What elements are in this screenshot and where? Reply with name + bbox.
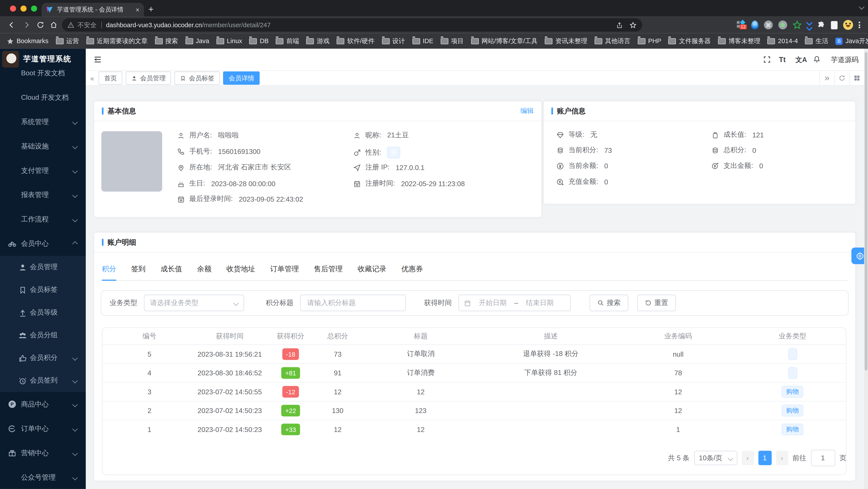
tab-close-icon[interactable]: × [135,6,140,14]
extension-command-icon[interactable]: ⌘ [764,21,773,29]
locale-icon[interactable]: 文A [796,55,807,65]
bookmark-folder[interactable]: 运营 [56,37,79,45]
window-minimize-button[interactable] [21,5,27,11]
prev-page-button[interactable]: ‹ [742,451,754,465]
tag-home[interactable]: 首页 [99,71,122,85]
scrollbar-thumb[interactable] [865,52,868,370]
bookmark-folder[interactable]: 博客未整理 [718,37,761,45]
home-icon[interactable] [50,21,58,29]
url-bar[interactable]: 不安全 dashboard-vue3.yudao.iocoder.cn/memb… [62,18,642,32]
search-button[interactable]: 搜索 [590,295,628,311]
window-close-button[interactable] [10,5,16,11]
app-logo[interactable]: 芋道管理系统 [0,49,86,70]
goto-page-input[interactable] [811,450,835,466]
bookmark-java-group[interactable]: BJava开发 | 小组首... [836,37,868,45]
tag-member-detail[interactable]: 会员详情 [223,71,260,85]
sidebar-item-mp-manage[interactable]: 公众号管理 [0,465,86,489]
extension-tago-icon[interactable]: 12 [737,21,746,29]
tags-scroll-left-icon[interactable]: « [90,74,94,82]
tab-orders[interactable]: 订单管理 [270,258,299,280]
current-page[interactable]: 1 [758,451,771,465]
tab-growth[interactable]: 成长值 [161,258,182,280]
sidebar-item-member-manage[interactable]: 会员管理 [0,256,86,278]
sidebar-item-marketing-center[interactable]: 营销中心 [0,441,86,465]
bookmark-folder[interactable]: 生活 [805,37,828,45]
start-date-input[interactable] [474,299,511,307]
tabstrip-chevron-icon[interactable] [859,4,864,9]
fullscreen-icon[interactable] [763,56,771,63]
table-row[interactable]: 2 2023-07-02 14:50:23 +22 130 123 12 购物 [102,401,846,420]
bookmark-folder[interactable]: 设计 [382,37,405,45]
sidebar-collapse-icon[interactable] [94,55,102,64]
bookmark-folder[interactable]: 文件服务器 [669,37,711,45]
bookmark-folder[interactable]: 其他语言 [594,37,630,45]
back-icon[interactable] [8,21,16,29]
window-zoom-button[interactable] [31,5,37,11]
sidebar-item-workflow[interactable]: 工作流程 [0,207,86,232]
tab-points[interactable]: 积分 [102,258,116,280]
sidebar-item-system[interactable]: 系统管理 [0,110,86,134]
bookmark-folder[interactable]: 前端 [276,37,299,45]
bookmark-star-icon[interactable] [629,21,637,29]
bookmark-folder[interactable]: IDE [412,38,433,44]
sidebar-item-payment[interactable]: 支付管理 [0,158,86,183]
bookmark-folder[interactable]: 游戏 [306,37,330,45]
bookmark-folder[interactable]: PHP [638,38,661,44]
reset-button[interactable]: 重置 [637,295,676,311]
sidebar-item-product-center[interactable]: P 商品中心 [0,392,86,417]
table-row[interactable]: 3 2023-07-02 14:50:55 -12 12 12 12 购物 [102,383,846,401]
points-title-input[interactable] [306,299,400,307]
bookmark-folder[interactable]: 网站/博客/文章/工具 [471,37,538,45]
biz-type-select[interactable]: 请选择业务类型 [144,295,244,311]
share-icon[interactable] [616,21,623,29]
sidebar-item-order-center[interactable]: 订单中心 [0,417,86,441]
bookmark-folder[interactable]: 资讯未整理 [545,37,587,45]
tab-favorites[interactable]: 收藏记录 [358,258,386,280]
edit-link[interactable]: 编辑 [520,106,534,116]
tab-balance[interactable]: 余额 [197,258,211,280]
tags-scroll-right-icon[interactable]: » [819,71,834,85]
table-row[interactable]: 1 2023-07-02 14:50:23 +33 12 12 1 购物 [102,420,846,438]
table-row[interactable]: 4 2023-08-30 18:46:52 +81 91 订单消费 下单获得 8… [102,364,846,383]
page-size-select[interactable]: 10条/页 [694,451,737,465]
end-date-input[interactable] [522,299,558,307]
extension-vue-devtools-icon[interactable] [807,20,811,30]
bookmark-folder[interactable]: 搜索 [155,37,178,45]
points-title-field[interactable] [300,295,406,311]
sidebar-item-member-points[interactable]: 会员积分 [0,346,86,369]
bookmark-folder[interactable]: 项目 [440,37,464,45]
tags-refresh-icon[interactable] [834,71,849,85]
bookmarks-manager[interactable]: Bookmarks [7,37,49,44]
sidebar-item-member-group[interactable]: 会员分组 [0,324,86,346]
sidebar-item-member-level[interactable]: 会员等级 [0,301,86,324]
bell-icon[interactable] [813,55,821,63]
extension-star-icon[interactable] [793,21,802,29]
font-size-icon[interactable]: Tt [779,55,786,64]
tag-member-manage[interactable]: 会员管理 [126,71,171,85]
tab-address[interactable]: 收货地址 [226,258,255,280]
extensions-puzzle-icon[interactable] [817,21,825,29]
new-tab-button[interactable]: + [149,4,154,15]
browser-menu-icon[interactable] [859,22,860,28]
bookmark-folder[interactable]: Linux [216,38,242,44]
browser-tab[interactable]: 芋道管理系统 - 会员详情 × [41,3,144,17]
bookmark-folder[interactable]: 软件/硬件 [337,37,374,45]
sidebar-item-member-signin[interactable]: 会员签到 [0,369,86,392]
tags-menu-icon[interactable] [849,71,864,85]
extension-balloon-icon[interactable] [751,21,758,29]
forward-icon[interactable] [23,21,30,29]
bookmark-folder[interactable]: Java [185,38,209,44]
sidebar-item-infra[interactable]: 基础设施 [0,134,86,158]
bookmark-folder[interactable]: DB [249,38,269,44]
extension-sidebar-icon[interactable] [831,21,838,29]
bookmark-folder[interactable]: 2014-4 [768,38,798,44]
sidebar-item-report[interactable]: 报表管理 [0,183,86,207]
bookmark-folder[interactable]: 近期需要读的文章 [86,37,148,45]
tag-member-tag[interactable]: 会员标签 [175,71,220,85]
tab-coupons[interactable]: 优惠券 [401,258,423,280]
extension-recorder-icon[interactable] [778,21,787,29]
table-row[interactable]: 5 2023-08-31 19:56:21 -18 73 订单取消 退单获得 -… [102,345,846,364]
tab-aftersale[interactable]: 售后管理 [314,258,343,280]
current-user[interactable]: 芋道源码 [831,55,859,65]
date-range-picker[interactable]: – [458,295,571,311]
